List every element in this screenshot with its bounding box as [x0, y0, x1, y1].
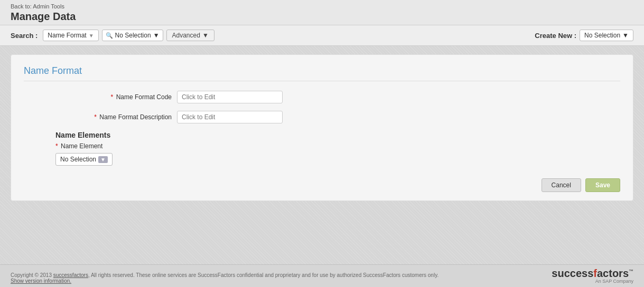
- name-format-description-label: * Name Format Description: [55, 113, 172, 121]
- search-icon: 🔍: [106, 32, 113, 39]
- footer-left: Copyright © 2013 successfactors, All rig…: [11, 272, 438, 284]
- search-type-arrow-icon: ▼: [89, 33, 94, 39]
- create-new-arrow-icon: ▼: [622, 32, 629, 39]
- form-title: Name Format: [24, 65, 620, 81]
- save-button[interactable]: Save: [585, 178, 620, 192]
- name-elements-section-title: Name Elements: [24, 131, 620, 139]
- name-element-dropdown[interactable]: No Selection ▼: [55, 153, 113, 166]
- create-new-dropdown[interactable]: No Selection ▼: [580, 30, 633, 41]
- footer: Copyright © 2013 successfactors, All rig…: [0, 264, 644, 287]
- admin-tools-link[interactable]: Admin Tools: [33, 3, 64, 9]
- create-new-label: Create New :: [535, 32, 576, 40]
- show-version-link[interactable]: Show version information.: [11, 278, 71, 284]
- search-value-dropdown[interactable]: 🔍 No Selection ▼: [102, 30, 163, 41]
- name-element-value: No Selection: [60, 156, 96, 163]
- search-value-text: No Selection: [115, 32, 151, 39]
- footer-logo: successfactors™: [552, 268, 633, 279]
- name-format-description-input[interactable]: [177, 111, 283, 123]
- form-actions: Cancel Save: [24, 178, 620, 192]
- name-element-label: * Name Element: [24, 142, 620, 150]
- name-format-code-label: * Name Format Code: [55, 93, 172, 101]
- breadcrumb: Back to: Admin Tools: [11, 3, 633, 9]
- logo-tm: ™: [629, 269, 633, 274]
- footer-logo-container: successfactors™ An SAP Company: [552, 268, 633, 284]
- cancel-button[interactable]: Cancel: [542, 178, 581, 192]
- required-star-2: *: [94, 113, 97, 121]
- search-value-arrow-icon: ▼: [153, 32, 160, 39]
- advanced-arrow-icon: ▼: [202, 32, 209, 39]
- name-format-code-input[interactable]: [177, 91, 283, 103]
- logo-subtitle: An SAP Company: [552, 279, 633, 284]
- form-card: Name Format * Name Format Code * Name Fo…: [11, 54, 633, 201]
- name-element-arrow-icon: ▼: [98, 156, 108, 163]
- main-content: Name Format * Name Format Code * Name Fo…: [0, 46, 644, 264]
- successfactors-link[interactable]: successfactors: [53, 272, 88, 278]
- advanced-button[interactable]: Advanced ▼: [166, 30, 214, 41]
- toolbar: Search : Name Format ▼ 🔍 No Selection ▼ …: [0, 25, 644, 46]
- top-bar: Back to: Admin Tools Manage Data: [0, 0, 644, 25]
- required-star-3: *: [55, 142, 58, 150]
- advanced-label: Advanced: [172, 32, 200, 39]
- required-star: *: [111, 93, 114, 101]
- page-title: Manage Data: [11, 11, 633, 23]
- name-format-code-row: * Name Format Code: [24, 91, 620, 103]
- search-type-value: Name Format: [48, 32, 86, 39]
- copyright-text: Copyright © 2013 successfactors, All rig…: [11, 272, 438, 278]
- search-type-dropdown[interactable]: Name Format ▼: [43, 30, 98, 41]
- search-label: Search :: [11, 32, 38, 40]
- name-format-description-row: * Name Format Description: [24, 111, 620, 123]
- logo-text: successfactors: [552, 267, 629, 279]
- create-new-value: No Selection: [584, 32, 620, 39]
- create-new-section: Create New : No Selection ▼: [535, 30, 633, 41]
